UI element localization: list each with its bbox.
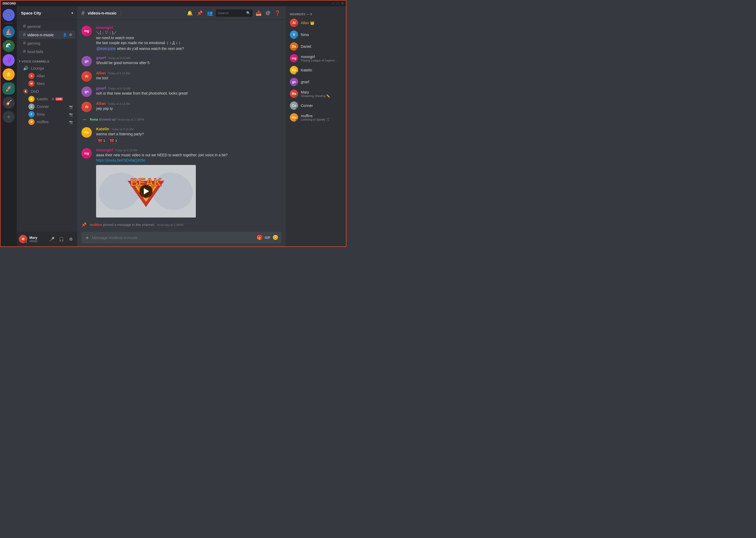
- channel-label: DnD: [31, 89, 39, 93]
- emoji-button[interactable]: 😊: [272, 235, 278, 241]
- inbox-button[interactable]: 📥: [255, 9, 262, 17]
- member-activity: Listening to Spotify 🎵: [301, 118, 330, 121]
- channel-item-dnd[interactable]: 🔇 DnD: [19, 87, 75, 95]
- everyone-mention[interactable]: @everyone: [96, 46, 116, 51]
- gif-button[interactable]: GIF: [264, 236, 270, 240]
- mute-button[interactable]: 🎤: [48, 235, 56, 243]
- channel-label: general: [27, 24, 40, 28]
- member-status-dot: [296, 96, 298, 98]
- voice-user-name: muffins: [37, 120, 49, 124]
- message-author: gnarf: [96, 86, 106, 90]
- member-item-muffins[interactable]: mu muffins Listening to Spotify 🎵: [288, 112, 344, 123]
- message-avatar: Ka: [81, 127, 92, 138]
- voice-user-muffins[interactable]: M muffins 📷: [26, 118, 75, 126]
- video-link[interactable]: https://youtu.be/OiDx6aQ928o: [96, 158, 145, 162]
- member-item-moongirl[interactable]: mg moongirl Playing League of Legends 🎮: [288, 53, 344, 64]
- deafen-button[interactable]: 🎧: [57, 235, 66, 243]
- reaction-1[interactable]: 🎀 3: [96, 138, 107, 143]
- message-timestamp: Today at 9:18 AM: [108, 56, 130, 60]
- voice-user-fiona[interactable]: F fiona 📷: [26, 111, 75, 118]
- server-header[interactable]: Space City ▾: [17, 6, 77, 20]
- gift-button[interactable]: 🎁: [257, 235, 262, 241]
- reactions: 🎀 3 🎀 3: [96, 138, 281, 143]
- play-button[interactable]: [139, 185, 153, 198]
- reaction-emoji: 🎀: [98, 139, 102, 143]
- member-info: muffins Listening to Spotify 🎵: [301, 114, 330, 121]
- message-content: Katelin Today at 9:18 AM wanna start a l…: [96, 127, 281, 143]
- member-name: moongirl: [301, 55, 338, 59]
- member-info: Daniel: [301, 44, 311, 49]
- add-attachment-button[interactable]: ＋: [84, 234, 90, 241]
- member-status-dot: [296, 36, 298, 39]
- status-dot-online: [25, 241, 27, 243]
- server-icon-discord[interactable]: 🎮: [3, 9, 15, 21]
- member-activity: Streaming Drawing ✏️: [301, 94, 330, 98]
- joined-message-fiona: → fiona showed up! Yesterday at 2:38PM: [77, 115, 286, 124]
- server-icon-4[interactable]: 🌟: [3, 68, 15, 81]
- channel-header: # videos-n-music 🔔 📌 👥 Search 🔍 📥 @ ❓: [77, 6, 286, 20]
- server-icon-2[interactable]: 🌊: [3, 40, 15, 52]
- pin-system-icon: 📌: [81, 222, 87, 227]
- voice-user-mary[interactable]: M Mary: [26, 80, 75, 87]
- add-server-button[interactable]: +: [3, 111, 15, 123]
- member-item-katelin[interactable]: Ka Katelin: [288, 64, 344, 76]
- message-avatar: gn: [81, 56, 92, 67]
- system-user-muffins[interactable]: muffins: [90, 223, 102, 227]
- member-name: Mary: [301, 90, 330, 94]
- message-group-gnarf-2: gn gnarf Today at 9:18 AM ooh is that ne…: [77, 85, 286, 98]
- server-icon-3[interactable]: 💜: [3, 54, 15, 66]
- member-item-conner[interactable]: Co Conner: [288, 100, 344, 111]
- user-settings-button[interactable]: ⚙: [67, 235, 75, 243]
- server-icon-space-city[interactable]: 🚀: [3, 82, 15, 94]
- voice-user-conner[interactable]: C Conner 📷: [26, 103, 75, 110]
- message-author: moongirl: [96, 25, 113, 30]
- search-bar[interactable]: Search 🔍: [216, 10, 253, 17]
- member-item-fiona[interactable]: fi fiona: [288, 29, 344, 40]
- video-embed[interactable]: BEAK: [96, 165, 196, 218]
- message-avatar: mg: [81, 26, 92, 36]
- help-button[interactable]: ❓: [273, 9, 281, 17]
- window-controls[interactable]: ─ □ ✕: [332, 2, 344, 5]
- voice-user-allan[interactable]: A Allan: [26, 72, 75, 80]
- notification-bell-button[interactable]: 🔔: [186, 9, 194, 17]
- channel-item-lounge[interactable]: 🔊 Lounge: [19, 64, 75, 72]
- collapse-icon: ▾: [19, 60, 21, 63]
- member-status-dot: [296, 25, 298, 27]
- member-activity: Playing League of Legends 🎮: [301, 59, 338, 62]
- maximize-btn[interactable]: □: [337, 2, 339, 5]
- member-avatar: Ka: [290, 66, 298, 74]
- member-name: Daniel: [301, 44, 311, 49]
- channel-item-food-fails[interactable]: # food-fails: [19, 48, 75, 56]
- pin-button[interactable]: 📌: [196, 9, 204, 17]
- members-button[interactable]: 👥: [206, 9, 214, 17]
- member-item-daniel[interactable]: Da Daniel: [288, 41, 344, 52]
- member-info: fiona: [301, 32, 309, 37]
- add-user-channel-btn[interactable]: 👤: [63, 32, 67, 37]
- user-tag: #0000: [29, 240, 46, 243]
- member-item-allan[interactable]: Al Allan 👑: [288, 17, 344, 28]
- message-header: gnarf Today at 9:18 AM: [96, 55, 281, 60]
- joined-action: showed up!: [99, 117, 117, 121]
- system-message-pin: 📌 muffins pinned a message to this chann…: [77, 221, 286, 229]
- channel-item-general[interactable]: # general: [19, 22, 75, 30]
- reaction-2[interactable]: 🎀 3: [108, 138, 118, 143]
- mention-button[interactable]: @: [264, 9, 271, 17]
- close-btn[interactable]: ✕: [341, 2, 344, 5]
- member-item-gnarf[interactable]: gn gnarf: [288, 76, 344, 88]
- dnd-users: K Katelin 🖥 LIVE C Conner: [17, 95, 77, 126]
- member-item-mary[interactable]: Ma Mary Streaming Drawing ✏️: [288, 88, 344, 100]
- server-icon-6[interactable]: 🎸: [3, 97, 15, 109]
- channel-item-gaming[interactable]: # gaming: [19, 39, 75, 47]
- messages-container[interactable]: mg moongirl ＼(；▽；)／ we need to watch mor…: [77, 20, 286, 229]
- voice-channels-category[interactable]: ▾ VOICE CHANNELS: [17, 56, 77, 64]
- user-avatar-container: M: [19, 235, 27, 243]
- user-info: Mary #0000: [29, 236, 46, 243]
- minimize-btn[interactable]: ─: [332, 2, 334, 5]
- voice-user-katelin[interactable]: K Katelin 🖥 LIVE: [26, 95, 75, 103]
- settings-channel-btn[interactable]: ⚙: [68, 32, 73, 37]
- reaction-count: 3: [103, 139, 105, 143]
- message-author: gnarf: [96, 55, 106, 60]
- message-input[interactable]: [92, 235, 255, 240]
- server-icon-1[interactable]: ⛵: [3, 26, 15, 38]
- channel-item-videos-n-music[interactable]: # videos-n-music 👤 ⚙: [19, 31, 75, 39]
